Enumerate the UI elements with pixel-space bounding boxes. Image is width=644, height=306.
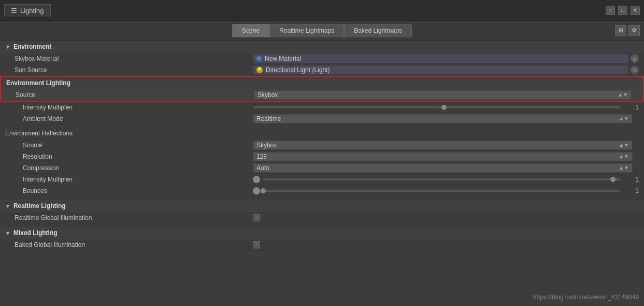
title-tab[interactable]: ☰ Lighting — [4, 4, 51, 17]
env-reflections-label: Environment Reflections — [5, 130, 73, 137]
lighting-icon: ☰ — [11, 7, 17, 15]
baked-gi-checkbox[interactable] — [253, 241, 260, 248]
tab-baked-lightmaps[interactable]: Baked Lightmaps — [344, 24, 412, 37]
refl-source-row: Source Skybox ▲▼ — [0, 140, 644, 151]
environment-lighting-section: Environment Lighting Source Skybox ▲▼ — [0, 76, 644, 102]
env-lighting-source-value: Skybox ▲▼ — [254, 90, 638, 100]
refl-source-dropdown[interactable]: Skybox ▲▼ — [253, 141, 633, 150]
realtime-gi-checkbox[interactable] — [253, 214, 260, 221]
env-intensity-slider[interactable] — [253, 106, 620, 108]
environment-header[interactable]: ▼ Environment — [0, 40, 644, 53]
refl-source-text: Skybox — [256, 142, 277, 149]
sun-source-text: Directional Light (Light) — [266, 66, 330, 74]
refl-intensity-slider-container: 1 — [253, 176, 639, 183]
refl-intensity-value: 1 — [253, 176, 639, 183]
refl-bounces-thumb[interactable] — [261, 188, 266, 193]
baked-gi-checkbox-container — [253, 241, 260, 248]
refl-resolution-text: 128 — [256, 153, 267, 160]
refl-intensity-thumb[interactable] — [610, 177, 616, 182]
env-lighting-source-dropdown[interactable]: Skybox ▲▼ — [254, 90, 632, 100]
refl-compression-label: Compression — [15, 164, 253, 172]
refl-compression-text: Auto — [256, 164, 269, 172]
skybox-select-btn[interactable]: ◎ — [631, 54, 639, 63]
refl-bounces-slider[interactable] — [263, 190, 620, 192]
realtime-lighting-arrow: ▼ — [5, 203, 10, 209]
skybox-material-row: Skybox Material New Material ◎ — [0, 53, 644, 64]
mixed-lighting-label: Mixed Lighting — [13, 229, 58, 237]
refl-intensity-radio[interactable] — [253, 176, 260, 183]
title-icons: ≡ □ ✕ — [606, 6, 640, 15]
env-lighting-source-label: Source — [16, 91, 254, 99]
refl-bounces-label: Bounces — [15, 187, 253, 194]
tab-scene[interactable]: Scene — [232, 24, 269, 37]
refl-resolution-label: Resolution — [15, 153, 253, 160]
layout-icon[interactable]: ⊞ — [615, 25, 626, 36]
env-intensity-slider-container: 1 — [253, 104, 639, 111]
ambient-mode-row: Ambient Mode Realtime ▲▼ — [0, 113, 644, 124]
env-lighting-source-text: Skybox — [257, 91, 278, 99]
ambient-mode-text: Realtime — [256, 115, 281, 122]
refl-intensity-row: Intensity Multiplier 1 — [0, 174, 644, 185]
realtime-lighting-label: Realtime Lighting — [13, 202, 66, 210]
skybox-material-label: Skybox Material — [15, 55, 253, 62]
environment-label: Environment — [13, 43, 51, 50]
refl-bounces-radio[interactable] — [253, 187, 260, 194]
sun-dot: 💡 — [256, 67, 263, 73]
refl-resolution-dropdown[interactable]: 128 ▲▼ — [253, 152, 633, 161]
env-intensity-label: Intensity Multiplier — [15, 104, 253, 111]
realtime-gi-value — [253, 214, 639, 221]
realtime-gi-checkbox-container — [253, 214, 260, 221]
refl-intensity-value-text: 1 — [623, 176, 639, 183]
refl-bounces-value: 1 — [253, 187, 639, 194]
ambient-mode-dropdown[interactable]: Realtime ▲▼ — [253, 114, 633, 123]
ambient-mode-label: Ambient Mode — [15, 115, 253, 122]
baked-gi-label: Baked Global Illumination — [15, 241, 253, 248]
env-reflections-header: Environment Reflections — [0, 128, 644, 140]
settings-icon[interactable]: ⚙ — [628, 25, 640, 36]
tab-realtime-lightmaps[interactable]: Realtime Lightmaps — [269, 24, 344, 37]
baked-gi-row: Baked Global Illumination — [0, 239, 644, 251]
sun-select-btn[interactable]: ◎ — [631, 66, 639, 74]
skybox-material-value: New Material ◎ — [253, 54, 639, 63]
maximize-icon[interactable]: □ — [618, 6, 627, 15]
refl-compression-row: Compression Auto ▲▼ — [0, 162, 644, 174]
window-title: Lighting — [20, 7, 44, 15]
refl-source-arrow: ▲▼ — [619, 142, 629, 148]
refl-compression-arrow: ▲▼ — [619, 165, 629, 171]
environment-arrow: ▼ — [5, 44, 10, 50]
env-intensity-thumb[interactable] — [441, 105, 447, 110]
refl-source-value: Skybox ▲▼ — [253, 141, 639, 150]
mixed-lighting-header[interactable]: ▼ Mixed Lighting — [0, 227, 644, 239]
sun-source-label: Sun Source — [15, 66, 253, 74]
collapse-icon[interactable]: ≡ — [606, 6, 615, 15]
refl-bounces-value-text: 1 — [623, 187, 639, 194]
toolbar: Scene Realtime Lightmaps Baked Lightmaps… — [0, 21, 644, 40]
realtime-lighting-header[interactable]: ▼ Realtime Lighting — [0, 200, 644, 212]
title-bar: ☰ Lighting ≡ □ ✕ — [0, 0, 644, 21]
sun-source-value: 💡 Directional Light (Light) ◎ — [253, 65, 639, 75]
env-intensity-value-text: 1 — [623, 104, 639, 111]
main-content: ▼ Environment Skybox Material New Materi… — [0, 40, 644, 306]
sun-source-row: Sun Source 💡 Directional Light (Light) ◎ — [0, 64, 644, 76]
refl-resolution-value: 128 ▲▼ — [253, 152, 639, 161]
skybox-material-text: New Material — [265, 55, 301, 62]
refl-intensity-label: Intensity Multiplier — [15, 176, 253, 183]
mixed-lighting-arrow: ▼ — [5, 230, 10, 236]
refl-bounces-slider-container: 1 — [253, 187, 639, 194]
refl-resolution-arrow: ▲▼ — [619, 154, 629, 159]
realtime-gi-row: Realtime Global Illumination — [0, 212, 644, 224]
skybox-material-field[interactable]: New Material — [253, 54, 628, 63]
env-intensity-value: 1 — [253, 104, 639, 111]
toolbar-right: ⊞ ⚙ — [615, 25, 640, 36]
env-lighting-source-row: Source Skybox ▲▼ — [1, 89, 643, 101]
realtime-gi-label: Realtime Global Illumination — [15, 214, 253, 221]
baked-gi-value — [253, 241, 639, 248]
refl-intensity-slider[interactable] — [263, 178, 620, 180]
environment-lighting-header: Environment Lighting — [1, 77, 643, 89]
ambient-mode-arrow: ▲▼ — [619, 116, 629, 121]
close-icon[interactable]: ✕ — [631, 6, 640, 15]
refl-compression-dropdown[interactable]: Auto ▲▼ — [253, 163, 633, 173]
skybox-dot — [256, 56, 262, 61]
env-lighting-label: Environment Lighting — [6, 79, 70, 87]
sun-source-field[interactable]: 💡 Directional Light (Light) — [253, 65, 628, 75]
